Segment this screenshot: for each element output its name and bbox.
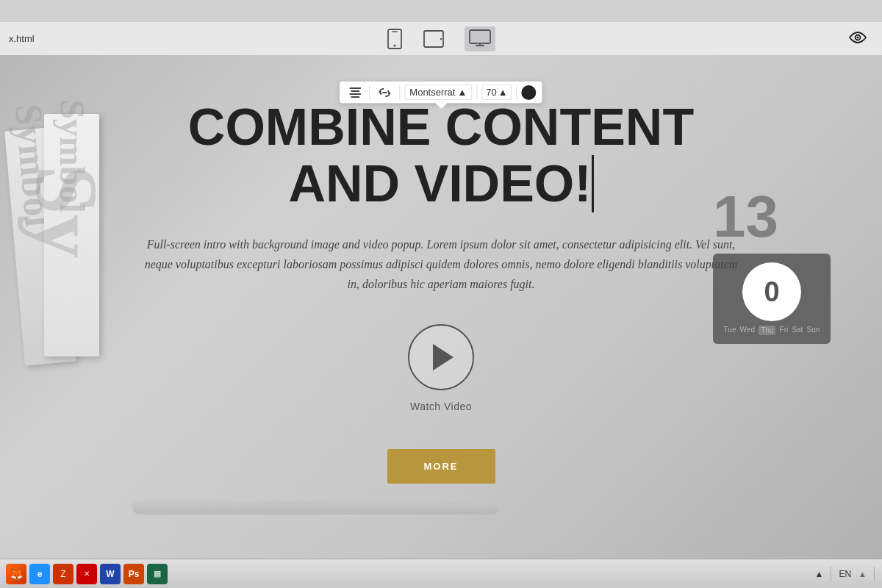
color-picker-button[interactable] [522, 85, 537, 100]
browser-chrome: x.html [0, 0, 882, 55]
toolbar-divider-3 [476, 85, 477, 100]
taskbar-icon-2[interactable]: e [29, 564, 50, 584]
desktop-device-icon[interactable] [465, 26, 495, 51]
taskbar-icon-6[interactable]: Ps [123, 564, 144, 584]
taskbar: 🦊 e Z ✕ W Ps ▦ ▲ EN ▲ [0, 559, 882, 588]
address-bar-row: x.html [0, 22, 882, 55]
taskbar-icon-4[interactable]: ✕ [76, 564, 97, 584]
tab-bar [0, 0, 882, 22]
phone-device-icon[interactable] [387, 29, 403, 49]
floating-toolbar: Montserrat ▲ 70 ▲ [339, 81, 542, 104]
taskbar-divider [831, 567, 831, 581]
taskbar-lang: EN [839, 569, 851, 579]
watch-video-button[interactable]: Watch Video [140, 324, 742, 412]
font-selector[interactable]: Montserrat ▲ [404, 85, 472, 100]
link-button[interactable] [374, 85, 395, 100]
file-name: x.html [9, 33, 35, 44]
svg-rect-12 [349, 93, 361, 95]
taskbar-icon-3[interactable]: Z [53, 564, 74, 584]
taskbar-icon-7[interactable]: ▦ [147, 564, 168, 584]
taskbar-firefox-icon[interactable]: 🦊 [6, 564, 26, 584]
tablet-device-icon[interactable] [423, 29, 444, 49]
svg-rect-13 [351, 96, 359, 98]
hero-section: Symbol Symbol Sy 13 0 Tue Wed Thu Fri Sa… [0, 55, 882, 588]
play-triangle-icon [433, 344, 453, 370]
watch-video-label: Watch Video [410, 401, 472, 412]
svg-point-9 [857, 36, 859, 38]
taskbar-icon-5[interactable]: W [100, 564, 121, 584]
laptop-base [132, 500, 500, 514]
svg-point-4 [440, 37, 442, 39]
svg-point-1 [394, 44, 396, 46]
play-circle [408, 324, 474, 390]
taskbar-tray-arrow: ▲ [815, 569, 824, 579]
toolbar-divider-1 [369, 85, 370, 100]
font-size-selector[interactable]: 70 ▲ [481, 85, 512, 100]
svg-rect-10 [349, 87, 361, 89]
hero-subtitle: Full-screen intro with background image … [140, 234, 742, 295]
taskbar-system-tray: ▲ EN ▲ [815, 567, 875, 581]
align-button[interactable] [345, 85, 365, 100]
taskbar-lang-arrow: ▲ [858, 570, 867, 578]
svg-rect-11 [351, 90, 359, 92]
book-spine-letter: Sy [22, 165, 110, 259]
hero-content: COMBINE CONTENT and VIDEO! Full-screen i… [110, 99, 772, 484]
toolbar-divider-4 [517, 85, 517, 100]
device-icons [387, 26, 495, 51]
hero-title: COMBINE CONTENT and VIDEO! [140, 99, 742, 212]
taskbar-divider-2 [874, 567, 875, 581]
svg-rect-5 [470, 30, 490, 43]
toolbar-divider-2 [399, 85, 400, 100]
more-button[interactable]: MORE [387, 449, 495, 484]
eye-icon[interactable] [848, 30, 867, 48]
